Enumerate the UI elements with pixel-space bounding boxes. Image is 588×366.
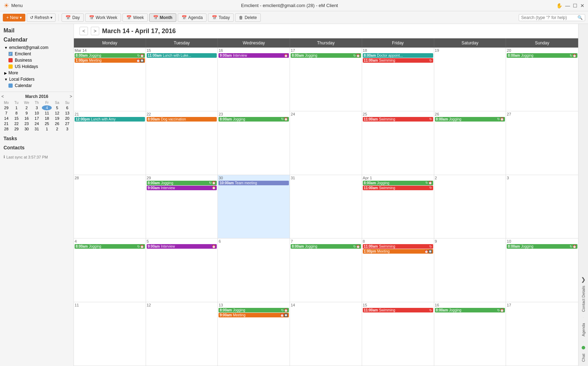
calendar-event[interactable]: 8:00amJogging↻⏰ [75, 53, 145, 58]
calendar-item[interactable]: Business [0, 57, 74, 63]
calendar-event[interactable]: 8:00amDoctor appoint... [363, 53, 433, 58]
chat-button[interactable]: Chat [580, 351, 587, 365]
mini-cal-day[interactable]: 14 [1, 116, 11, 121]
day-cell[interactable]: 48:00amJogging↻⏰ [74, 238, 146, 302]
day-cell[interactable]: 12 [146, 302, 218, 366]
mini-cal-day[interactable]: 19 [52, 116, 62, 121]
mini-cal-day[interactable]: 10 [32, 111, 42, 116]
day-cell[interactable]: 238:00amJogging↻⏰ [218, 111, 290, 175]
calendar-event[interactable]: 1:00pmMeeting⏰🔲 [75, 58, 145, 63]
calendar-event[interactable]: 1:00pmMeeting⏰🔲 [363, 249, 433, 254]
mini-cal-day[interactable]: 27 [62, 121, 72, 126]
calendar-event[interactable]: 11:00amLunch with Luke... [147, 53, 217, 58]
calendar-event[interactable]: 9:00amInterview⏰ [147, 186, 217, 190]
day-cell[interactable]: 28 [74, 175, 146, 238]
contact-details-button[interactable]: Contact Details [580, 283, 587, 315]
mini-cal-day[interactable]: 12 [52, 111, 62, 116]
calendar-event[interactable]: 8:00amJogging↻⏰ [291, 244, 361, 249]
mini-cal-day[interactable]: 3 [62, 126, 72, 131]
day-cell[interactable]: 17 [506, 302, 578, 366]
agenda-view-button[interactable]: 📅 Agenda [178, 13, 207, 22]
calendar-event[interactable]: 8:00amJogging↻⏰ [219, 117, 289, 122]
today-button[interactable]: 📅 Today [208, 13, 234, 22]
week-view-button[interactable]: 📅 Week [122, 13, 147, 22]
day-cell[interactable]: 208:00amJogging↻⏰ [506, 48, 578, 111]
new-button[interactable]: + New ▾ [3, 14, 25, 21]
mini-cal-day[interactable]: 3 [32, 105, 42, 110]
calendar-event[interactable]: 10:00amTeam meeting [219, 181, 289, 185]
maximize-button[interactable]: ☐ [573, 3, 577, 8]
calendar-event[interactable]: 11:00amSwimming↻ [363, 308, 433, 312]
mini-cal-day[interactable]: 23 [22, 121, 32, 126]
local-calendar-item[interactable]: Calendar [0, 82, 74, 89]
day-cell[interactable]: 19 [434, 48, 506, 111]
menu-label[interactable]: Menu [11, 3, 23, 8]
calendar-event[interactable]: 8:00amJogging↻⏰ [507, 53, 577, 58]
mini-cal-prev[interactable]: < [1, 94, 4, 99]
workweek-view-button[interactable]: 📅 Work Week [85, 13, 121, 22]
calendar-event[interactable]: 11:00amSwimming↻ [363, 186, 433, 190]
month-view-button[interactable]: 📅 Month [149, 13, 176, 22]
day-cell[interactable]: 2 [434, 175, 506, 238]
calendar-item[interactable]: US Holidays [0, 63, 74, 70]
mini-cal-day[interactable]: 11 [42, 111, 52, 116]
day-view-button[interactable]: 📅 Day [62, 13, 83, 22]
day-cell[interactable]: 298:00amJogging↻⏰9:00amInterview⏰ [146, 175, 218, 238]
mini-cal-day[interactable]: 2 [52, 126, 62, 131]
calendar-item[interactable]: ✓Emclient [0, 51, 74, 57]
day-cell[interactable]: 188:00amDoctor appoint...11:00amSwimming… [362, 48, 434, 111]
day-cell[interactable]: 3010:00amTeam meeting [218, 175, 290, 238]
mini-cal-day[interactable]: 28 [1, 126, 11, 131]
mini-cal-day[interactable]: 9 [22, 111, 32, 116]
calendar-event[interactable]: 8:00amJogging↻⏰ [507, 244, 577, 249]
mini-cal-day[interactable]: 21 [1, 121, 11, 126]
delete-button[interactable]: 🗑 Delete [235, 13, 261, 22]
mini-cal-day[interactable]: 1 [12, 105, 21, 110]
day-cell[interactable]: 59:00amInterview⏰ [146, 238, 218, 302]
calendar-event[interactable]: 11:00amSwimming↻ [363, 117, 433, 122]
day-cell[interactable]: 1511:00amSwimming↻ [362, 302, 434, 366]
mini-cal-day[interactable]: 18 [42, 116, 52, 121]
mini-cal-day[interactable]: 1 [42, 126, 52, 131]
day-cell[interactable]: 178:00amJogging↻⏰ [290, 48, 362, 111]
mini-cal-day[interactable]: 26 [52, 121, 62, 126]
cursor-icon[interactable]: ✋ [556, 3, 562, 8]
day-cell[interactable]: 168:00amJogging↻⏰ [434, 302, 506, 366]
cal-prev-button[interactable]: < [80, 27, 88, 35]
day-cell[interactable]: 268:00amJogging↻⏰ [434, 111, 506, 175]
mini-cal-day[interactable]: 5 [52, 105, 62, 110]
day-cell[interactable]: 2511:00amSwimming↻ [362, 111, 434, 175]
calendar-event[interactable]: 12:00pmLunch with Amy [75, 117, 145, 122]
calendar-event[interactable]: 8:00amJogging↻⏰ [291, 53, 361, 58]
calendar-event[interactable]: 8:00amJogging↻⏰ [219, 308, 289, 312]
mini-cal-day[interactable]: 20 [62, 116, 72, 121]
day-cell[interactable]: 11 [74, 302, 146, 366]
calendar-event[interactable]: 8:00amJogging↻⏰ [435, 117, 505, 122]
agenda-button[interactable]: Agenda [580, 320, 587, 339]
account-item[interactable]: ▼ emclient@gmail.com [0, 44, 74, 51]
calendar-nav-item[interactable]: Calendar [0, 35, 74, 44]
day-cell[interactable]: 108:00amJogging↻⏰ [506, 238, 578, 302]
mini-cal-day[interactable]: 22 [12, 121, 21, 126]
day-cell[interactable]: 3 [506, 175, 578, 238]
day-cell[interactable]: 27 [506, 111, 578, 175]
day-cell[interactable]: 811:00amSwimming↻1:00pmMeeting⏰🔲 [362, 238, 434, 302]
mini-cal-next[interactable]: > [70, 94, 72, 99]
day-cell[interactable]: 2112:00pmLunch with Amy [74, 111, 146, 175]
day-cell[interactable]: 1511:00amLunch with Luke... [146, 48, 218, 111]
close-button[interactable]: ✕ [580, 3, 584, 8]
mini-cal-day[interactable]: 25 [42, 121, 52, 126]
search-icon[interactable]: 🔍 [577, 15, 583, 20]
mini-cal-day[interactable]: 29 [1, 105, 11, 110]
calendar-event[interactable]: 8:00amJogging↻⏰ [147, 181, 217, 185]
day-cell[interactable]: 6 [218, 238, 290, 302]
calendar-event[interactable]: 11:00amSwimming↻ [363, 58, 433, 63]
mini-cal-day[interactable]: 8 [12, 111, 21, 116]
mini-cal-day[interactable]: 4 [42, 105, 52, 110]
mini-cal-day[interactable]: 13 [62, 111, 72, 116]
calendar-event[interactable]: 8:00amJogging↻⏰ [435, 308, 505, 312]
mini-cal-day[interactable]: 24 [32, 121, 42, 126]
mini-cal-day[interactable]: 6 [62, 105, 72, 110]
collapse-button[interactable]: ❯ [581, 276, 586, 283]
mini-cal-day[interactable]: 15 [12, 116, 21, 121]
